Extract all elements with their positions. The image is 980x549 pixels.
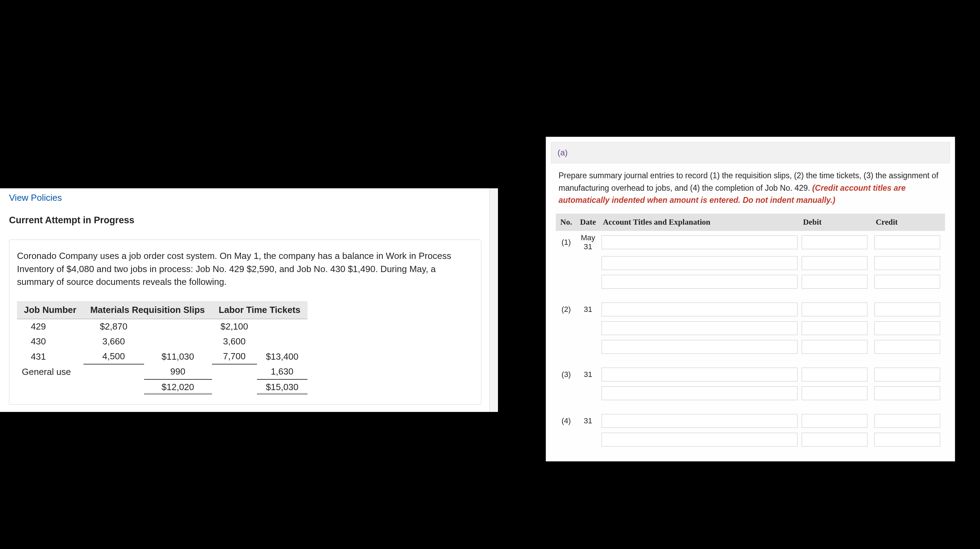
credit-input[interactable] xyxy=(874,321,940,335)
credit-input[interactable] xyxy=(874,433,940,447)
journal-gap xyxy=(556,356,945,365)
journal-date xyxy=(577,319,600,338)
account-title-input[interactable] xyxy=(601,256,797,270)
journal-no xyxy=(556,273,577,291)
credit-input[interactable] xyxy=(874,368,940,381)
credit-input[interactable] xyxy=(874,235,940,249)
table-row: 430 3,660 3,600 xyxy=(17,334,307,349)
debit-input[interactable] xyxy=(802,235,867,249)
journal-row xyxy=(556,430,945,449)
account-title-input[interactable] xyxy=(601,235,797,249)
journal-no xyxy=(556,384,577,403)
table-row: General use 990 1,630 xyxy=(17,364,307,379)
journal-no xyxy=(556,254,577,273)
journal-row: (3)31 xyxy=(556,365,945,384)
journal-row xyxy=(556,254,945,273)
instructions-text: Prepare summary journal entries to recor… xyxy=(546,163,955,211)
debit-input[interactable] xyxy=(802,256,867,270)
credit-input[interactable] xyxy=(874,414,940,428)
journal-row: (1)May 31 xyxy=(556,231,945,254)
account-title-input[interactable] xyxy=(601,321,797,335)
debit-input[interactable] xyxy=(802,386,867,400)
journal-no xyxy=(556,430,577,449)
col-debit: Debit xyxy=(800,214,872,231)
col-job-number: Job Number xyxy=(17,301,83,319)
table-row-total: $12,020 $15,030 xyxy=(17,379,307,394)
table-row: 429 $2,870 $2,100 xyxy=(17,319,307,335)
account-title-input[interactable] xyxy=(601,433,797,447)
journal-row xyxy=(556,273,945,291)
attempt-heading: Current Attempt in Progress xyxy=(9,215,480,226)
problem-panel-inner: View Policies Current Attempt in Progres… xyxy=(0,188,490,405)
journal-date: 31 xyxy=(577,412,600,430)
journal-gap xyxy=(556,403,945,412)
journal-gap xyxy=(556,291,945,300)
debit-input[interactable] xyxy=(802,275,867,289)
answer-panel: (a) Prepare summary journal entries to r… xyxy=(546,137,955,462)
part-label: (a) xyxy=(551,142,950,163)
account-title-input[interactable] xyxy=(601,303,797,316)
problem-box: Coronado Company uses a job order cost s… xyxy=(9,240,481,405)
journal-date: May 31 xyxy=(577,231,600,254)
problem-panel: View Policies Current Attempt in Progres… xyxy=(0,188,498,412)
journal-no: (3) xyxy=(556,365,577,384)
journal-no: (1) xyxy=(556,231,577,254)
debit-input[interactable] xyxy=(802,414,867,428)
journal-no xyxy=(556,338,577,356)
credit-input[interactable] xyxy=(874,303,940,316)
scrollbar-thumb[interactable] xyxy=(491,188,497,320)
account-title-input[interactable] xyxy=(601,368,797,381)
credit-input[interactable] xyxy=(874,386,940,400)
journal-gap xyxy=(556,449,945,458)
source-documents-table: Job Number Materials Requisition Slips L… xyxy=(17,301,307,395)
col-labor: Labor Time Tickets xyxy=(212,301,307,319)
journal-date xyxy=(577,338,600,356)
account-title-input[interactable] xyxy=(601,275,797,289)
col-date: Date xyxy=(577,214,600,231)
col-no: No. xyxy=(556,214,577,231)
col-materials: Materials Requisition Slips xyxy=(83,301,212,319)
view-policies-link[interactable]: View Policies xyxy=(9,192,480,203)
account-title-input[interactable] xyxy=(601,340,797,354)
journal-date xyxy=(577,273,600,291)
journal-row xyxy=(556,319,945,338)
journal-row: (4)31 xyxy=(556,412,945,430)
journal-row xyxy=(556,338,945,356)
credit-input[interactable] xyxy=(874,340,940,354)
debit-input[interactable] xyxy=(802,321,867,335)
debit-input[interactable] xyxy=(802,340,867,354)
journal-row xyxy=(556,384,945,403)
journal-no xyxy=(556,319,577,338)
col-account: Account Titles and Explanation xyxy=(600,214,800,231)
account-title-input[interactable] xyxy=(601,386,797,400)
journal-no: (4) xyxy=(556,412,577,430)
journal-no: (2) xyxy=(556,300,577,319)
debit-input[interactable] xyxy=(802,433,867,447)
account-title-input[interactable] xyxy=(601,414,797,428)
journal-row: (2)31 xyxy=(556,300,945,319)
journal-entry-table: No. Date Account Titles and Explanation … xyxy=(556,214,945,458)
journal-date xyxy=(577,430,600,449)
table-row: 431 4,500 $11,030 7,700 $13,400 xyxy=(17,349,307,364)
journal-date xyxy=(577,254,600,273)
journal-date: 31 xyxy=(577,365,600,384)
col-credit: Credit xyxy=(872,214,945,231)
credit-input[interactable] xyxy=(874,275,940,289)
problem-text: Coronado Company uses a job order cost s… xyxy=(17,249,473,289)
debit-input[interactable] xyxy=(802,368,867,381)
journal-date xyxy=(577,384,600,403)
debit-input[interactable] xyxy=(802,303,867,316)
credit-input[interactable] xyxy=(874,256,940,270)
journal-date: 31 xyxy=(577,300,600,319)
